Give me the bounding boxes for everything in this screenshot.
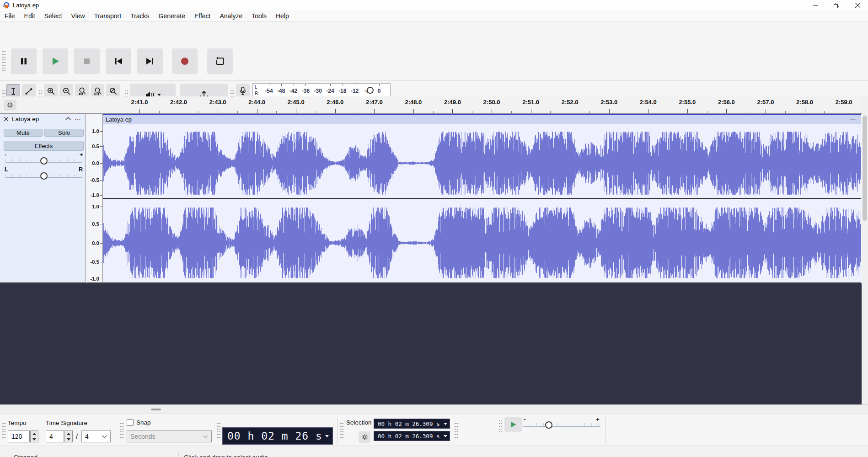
timeline-minor-tick: [433, 111, 434, 113]
timeline-minor-tick: [550, 111, 551, 113]
timeline-label: 2:51.0: [522, 99, 539, 106]
pan-slider-knob[interactable]: [40, 172, 48, 180]
title-bar: Latoya ep: [0, 0, 868, 11]
meter-scale-tick: [355, 84, 355, 86]
time-display[interactable]: 00 h 02 m 26 s: [222, 427, 333, 445]
meter-scale-label: -48: [277, 88, 285, 94]
skip-to-end-icon: [145, 56, 155, 66]
timeline-label: 2:55.0: [679, 99, 696, 106]
pause-button[interactable]: [11, 48, 37, 74]
restore-button[interactable]: [826, 0, 847, 11]
tempo-input[interactable]: 120: [8, 430, 30, 442]
time-grip[interactable]: [217, 422, 221, 440]
effects-button[interactable]: Effects: [4, 141, 84, 151]
horizontal-scrollbar[interactable]: [0, 404, 868, 414]
record-meter-right-label: R: [255, 91, 258, 96]
snap-mode-select[interactable]: Seconds: [127, 430, 212, 442]
vertical-ruler-label: 1.0: [92, 204, 99, 209]
vertical-ruler-tick: [100, 207, 102, 207]
timeline-tick: [452, 109, 453, 113]
vertical-scrollbar-thumb[interactable]: [863, 116, 867, 221]
skip-to-end-button[interactable]: [137, 48, 163, 74]
play-speed-slider[interactable]: [523, 423, 600, 427]
record-button[interactable]: [172, 48, 198, 74]
vertical-ruler-tick: [100, 163, 102, 164]
timeline-minor-tick: [472, 111, 472, 113]
selection-end-field[interactable]: 00 h 02 m 26.309 s: [374, 431, 450, 441]
record-meter-mic-button[interactable]: [236, 84, 250, 98]
timeline-tick: [766, 109, 766, 113]
meter-scale-tick: [281, 84, 282, 86]
gear-icon: [361, 434, 368, 441]
menu-item[interactable]: Transport: [90, 11, 126, 21]
play-at-speed-button[interactable]: [504, 417, 522, 432]
timeline-minor-tick: [198, 111, 198, 113]
waveform-right-channel[interactable]: [103, 199, 861, 282]
menu-item[interactable]: Tools: [247, 11, 271, 21]
close-button[interactable]: [847, 0, 868, 11]
zoom-in-icon: [47, 87, 55, 96]
timeline-minor-tick: [707, 111, 707, 113]
time-signature-upper-input[interactable]: 4: [46, 430, 64, 442]
menu-item[interactable]: View: [67, 11, 90, 21]
mute-button[interactable]: Mute: [4, 129, 43, 137]
stop-button[interactable]: [74, 48, 100, 74]
gain-slider-knob[interactable]: [40, 157, 48, 165]
audacity-window: { "window": { "title": "Latoya ep" }, "m…: [0, 0, 868, 457]
menu-item[interactable]: Select: [40, 11, 67, 21]
timeline-minor-tick: [589, 111, 590, 113]
vertical-ruler-label: -1.0: [90, 192, 99, 198]
record-volume-slider-knob[interactable]: [367, 87, 374, 94]
selection-grip[interactable]: [340, 422, 344, 440]
meter-scale-label: -54: [265, 88, 273, 94]
timeline-options-button[interactable]: [4, 100, 16, 111]
skip-to-start-button[interactable]: [106, 48, 131, 74]
selection-start-field[interactable]: 00 h 02 m 26.309 s: [374, 419, 450, 429]
menu-item[interactable]: Generate: [154, 11, 190, 21]
solo-button[interactable]: Solo: [44, 129, 84, 137]
transport-grip[interactable]: [2, 50, 6, 72]
track-close-button[interactable]: [4, 117, 9, 122]
loop-button[interactable]: [207, 48, 233, 74]
vertical-ruler-tick: [100, 146, 102, 147]
record-meter[interactable]: L R -54-48-42-36-30-24-18-12-60: [252, 83, 391, 98]
play-speed-knob[interactable]: [545, 421, 552, 429]
timeline-ruler[interactable]: 2:41.02:42.02:43.02:44.02:45.02:46.02:47…: [0, 96, 868, 114]
timeline-label: 2:53.0: [600, 99, 617, 106]
timeline-tick: [413, 109, 414, 113]
play-speed-grip[interactable]: [498, 420, 503, 434]
menu-item[interactable]: Tracks: [126, 11, 154, 21]
vertical-scale-ruler[interactable]: 1.00.50.0-0.5-1.01.00.50.0-0.5-1.0: [86, 114, 103, 283]
snap-checkbox[interactable]: [127, 419, 134, 426]
time-signature-grip[interactable]: [2, 422, 6, 440]
timeline-label: 2:57.0: [757, 99, 774, 106]
track-control-panel[interactable]: Latoya ep … Mute Solo Effects - + L R: [0, 114, 86, 283]
vertical-scrollbar[interactable]: [862, 96, 868, 404]
snap-grip[interactable]: [120, 422, 124, 440]
waveform-left-channel[interactable]: [103, 124, 861, 198]
clip-title: Latoya ep: [106, 116, 132, 123]
clip-header[interactable]: Latoya ep …: [103, 115, 861, 124]
minimize-button[interactable]: [805, 0, 826, 11]
time-signature-lower-select[interactable]: 4: [81, 430, 111, 442]
audio-clip[interactable]: Latoya ep …: [103, 114, 861, 283]
toolbar-dock: Audio Setup Share Audio L R -54-48-42-36…: [0, 22, 868, 97]
menu-item[interactable]: File: [0, 11, 20, 21]
menu-item[interactable]: Help: [271, 11, 294, 21]
track-menu-button[interactable]: …: [75, 114, 81, 121]
tempo-spinner[interactable]: [30, 430, 38, 442]
time-signature-spinner[interactable]: [64, 430, 73, 442]
record-icon: [180, 56, 190, 66]
horizontal-scrollbar-thumb[interactable]: [151, 409, 161, 410]
clip-menu-button[interactable]: …: [850, 114, 857, 121]
menu-item[interactable]: Edit: [20, 11, 40, 21]
selection-end-grip[interactable]: [454, 422, 458, 440]
empty-track-background: [0, 283, 862, 404]
selection-options-button[interactable]: [359, 431, 370, 443]
menu-item[interactable]: Effect: [190, 11, 215, 21]
menu-item[interactable]: Analyze: [215, 11, 247, 21]
timeline-label: 2:49.0: [444, 99, 461, 106]
track-title[interactable]: Latoya ep: [12, 116, 39, 122]
play-button[interactable]: [43, 48, 68, 74]
track-collapse-icon[interactable]: [65, 117, 71, 120]
